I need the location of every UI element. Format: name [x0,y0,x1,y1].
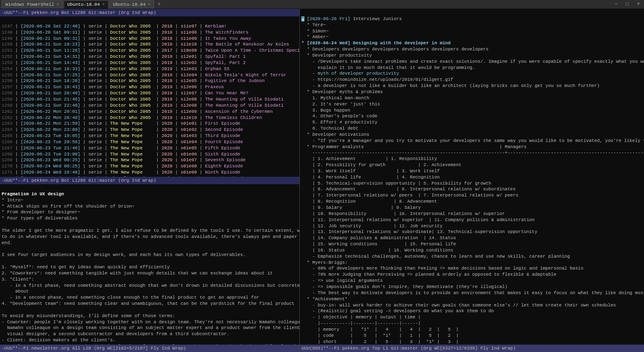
left-status-top: -UUU**--F1 pekken.org Bot L1286 Git:mast… [0,9,299,16]
maximize-button[interactable]: □ [623,1,631,7]
tab-ubuntu1[interactable]: Ubuntu-18.04 ✕ [64,0,108,9]
left-status-bottom-text: -UUU**--F1 newsletter.org All L28 (Org W… [2,345,186,352]
right-status-bottom-text: UUU(DOS)**--F1 pekken.org Top L1 Git:mas… [301,345,516,352]
close-button[interactable]: × [635,1,642,7]
minimize-button[interactable]: − [612,1,620,7]
tab-close-powershell[interactable]: ✕ [57,2,59,7]
main-layout: -UUU**--F1 pekken.org Bot L1286 Git:mast… [0,9,644,352]
new-tab-button[interactable]: + [155,0,163,9]
tab-powershell[interactable]: Windows PowerShell ✕ [2,0,63,9]
titlebar: Windows PowerShell ✕ Ubuntu-18.04 ✕ Ubun… [0,0,644,9]
left-status-mid-text: -UUU**--F1 pekken.org Bot L1286 Git:mast… [2,178,156,184]
left-status-bottom: -UUU**--F1 newsletter.org All L28 (Org W… [0,345,299,352]
tab-label: Windows PowerShell [5,2,54,8]
org-notes: * [2020-06-26 Fri] Interviews Juniors * … [301,16,642,345]
tab-label: Ubuntu-18.04 [67,2,100,8]
newsletter-content: Pragmatism in UX design * Intro~ * Attac… [2,191,298,345]
right-pane: * [2020-06-26 Fri] Interviews Juniors * … [300,9,644,352]
left-status-top-text: -UUU**--F1 pekken.org Bot L1286 Git:mast… [2,10,156,16]
left-status-mid: -UUU**--F1 pekken.org Bot L1286 Git:mast… [0,177,299,184]
file-listing: 1247 | [2020-06-20 Sat 22:40] | serie | … [2,23,298,177]
left-content-top[interactable]: 1247 | [2020-06-20 Sat 22:40] | serie | … [0,16,299,177]
tab-close-ubuntu2[interactable]: ✕ [148,2,150,7]
right-content[interactable]: * [2020-06-26 Fri] Interviews Juniors * … [300,9,644,345]
tab-label: Ubuntu-18.04 [113,2,145,8]
window-controls: − □ × [612,1,642,7]
right-status-bottom: UUU(DOS)**--F1 pekken.org Top L1 Git:mas… [300,345,644,352]
left-pane: -UUU**--F1 pekken.org Bot L1286 Git:mast… [0,9,300,352]
left-content-bottom[interactable]: Pragmatism in UX design * Intro~ * Attac… [0,184,299,345]
tab-ubuntu2[interactable]: Ubuntu-18.04 ✕ [109,0,154,9]
tab-close-ubuntu1[interactable]: ✕ [102,2,105,7]
